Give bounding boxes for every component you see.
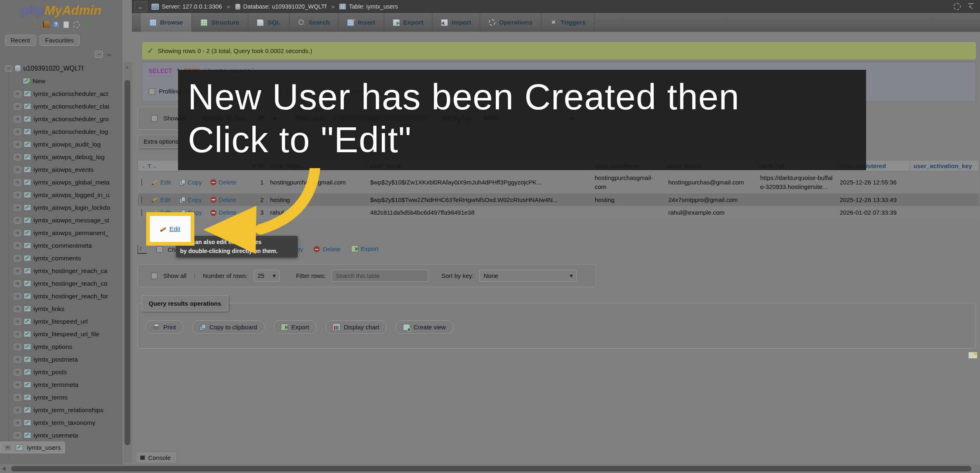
expand-icon[interactable]: + bbox=[14, 382, 21, 388]
sidebar-item-iymtx_hostinger_reach_co[interactable]: + iymtx_hostinger_reach_co bbox=[0, 277, 122, 290]
expand-icon[interactable]: + bbox=[14, 91, 21, 97]
with-selected-export[interactable]: Export bbox=[351, 245, 379, 252]
expand-icon[interactable]: + bbox=[14, 141, 21, 148]
horizontal-scrollbar[interactable]: ◀ bbox=[0, 464, 980, 473]
reload-icon[interactable]: ↻ bbox=[83, 21, 91, 29]
expand-icon[interactable]: + bbox=[14, 407, 21, 413]
row-copy-link[interactable]: Copy bbox=[179, 195, 202, 204]
show-all-checkbox[interactable] bbox=[151, 115, 158, 122]
link-with-main-icon[interactable]: ∞ bbox=[107, 51, 111, 58]
sidebar-item-iymtx_terms[interactable]: + iymtx_terms bbox=[0, 391, 122, 404]
back-button[interactable]: ← bbox=[134, 1, 147, 12]
console-tab[interactable]: Console bbox=[136, 451, 177, 464]
sidebar-item-iymtx_users[interactable]: + iymtx_users bbox=[0, 442, 65, 453]
sidebar-item-iymtx_aiowps_audit_log[interactable]: + iymtx_aiowps_audit_log bbox=[0, 138, 122, 151]
sidebar-item-iymtx_commentmeta[interactable]: + iymtx_commentmeta bbox=[0, 239, 122, 252]
tab-search[interactable]: Search bbox=[290, 13, 339, 32]
help-icon[interactable]: ? bbox=[53, 21, 59, 28]
expand-icon[interactable]: + bbox=[14, 255, 21, 262]
sidebar-item-iymtx_term_relationships[interactable]: + iymtx_term_relationships bbox=[0, 404, 122, 416]
sidebar-item-iymtx_aiowps_logged_in_u[interactable]: + iymtx_aiowps_logged_in_u bbox=[0, 189, 122, 201]
tab-browse[interactable]: Browse bbox=[141, 13, 192, 32]
expand-icon[interactable]: + bbox=[14, 420, 21, 426]
horizontal-scrollbar-thumb[interactable] bbox=[11, 466, 971, 471]
breadcrumb-server[interactable]: Server: 127.0.0.1:3306 bbox=[151, 3, 222, 10]
sidebar-item-iymtx_actionscheduler_gro[interactable]: + iymtx_actionscheduler_gro bbox=[0, 113, 122, 125]
sidebar-scrollbar[interactable]: ▲ bbox=[123, 62, 132, 463]
sidebar-item-iymtx_termmeta[interactable]: + iymtx_termmeta bbox=[0, 378, 122, 391]
sort-by-key-select[interactable]: None▾ bbox=[479, 270, 577, 282]
row-delete-link[interactable]: Delete bbox=[210, 208, 236, 217]
expand-icon[interactable]: + bbox=[14, 432, 21, 439]
expand-icon[interactable]: + bbox=[14, 103, 21, 110]
logout-icon[interactable] bbox=[43, 21, 49, 28]
highlighted-edit-link[interactable]: Edit bbox=[169, 225, 180, 233]
row-checkbox[interactable] bbox=[141, 196, 142, 204]
sidebar-item-iymtx_aiowps_debug_log[interactable]: + iymtx_aiowps_debug_log bbox=[0, 151, 122, 163]
row-delete-link[interactable]: Delete bbox=[210, 178, 236, 187]
collapse-all-icon[interactable]: − bbox=[95, 51, 103, 58]
sidebar-item-iymtx_aiowps_message_st[interactable]: + iymtx_aiowps_message_st bbox=[0, 214, 122, 227]
qro-create-view-button[interactable]: Create view bbox=[396, 320, 453, 334]
scroll-top-icon[interactable]: ↑ bbox=[138, 245, 147, 254]
expand-icon[interactable]: + bbox=[14, 154, 21, 160]
sidebar-item-iymtx_aiowps_permanent_[interactable]: + iymtx_aiowps_permanent_ bbox=[0, 227, 122, 239]
expand-icon[interactable]: + bbox=[14, 318, 21, 325]
page-jump-icon[interactable] bbox=[968, 352, 978, 359]
expand-icon[interactable]: + bbox=[14, 268, 21, 274]
row-checkbox[interactable] bbox=[141, 209, 142, 216]
check-all-checkbox[interactable] bbox=[156, 246, 163, 253]
breadcrumb-table[interactable]: Table: iymtx_users bbox=[339, 3, 398, 10]
row-delete-link[interactable]: Delete bbox=[210, 195, 236, 204]
sidebar-item-iymtx_actionscheduler_log[interactable]: + iymtx_actionscheduler_log bbox=[0, 125, 122, 138]
tree-new-table-item[interactable]: New bbox=[0, 75, 122, 87]
collapse-db-icon[interactable]: − bbox=[5, 65, 12, 72]
settings-gear-icon[interactable] bbox=[73, 21, 80, 28]
sidebar-scrollbar-thumb[interactable] bbox=[125, 80, 130, 445]
expand-icon[interactable]: + bbox=[14, 116, 21, 122]
sidebar-item-iymtx_actionscheduler_act[interactable]: + iymtx_actionscheduler_act bbox=[0, 87, 122, 100]
sidebar-item-iymtx_comments[interactable]: + iymtx_comments bbox=[0, 252, 122, 264]
sidebar-item-iymtx_usermeta[interactable]: + iymtx_usermeta bbox=[0, 429, 122, 442]
expand-icon[interactable]: + bbox=[14, 344, 21, 350]
expand-icon[interactable]: + bbox=[4, 444, 11, 451]
sidebar-item-iymtx_litespeed_url_file[interactable]: + iymtx_litespeed_url_file bbox=[0, 328, 122, 340]
column-header-user_activation_key[interactable]: user_activation_key bbox=[910, 160, 979, 171]
tab-sql[interactable]: SQL bbox=[248, 13, 290, 32]
scroll-left-icon[interactable]: ◀ bbox=[2, 465, 6, 471]
tab-operations[interactable]: Operations bbox=[480, 13, 541, 32]
expand-icon[interactable]: + bbox=[14, 394, 21, 401]
sidebar-item-iymtx_options[interactable]: + iymtx_options bbox=[0, 340, 122, 353]
tab-triggers[interactable]: × Triggers bbox=[541, 13, 595, 32]
sidebar-item-iymtx_aiowps_events[interactable]: + iymtx_aiowps_events bbox=[0, 163, 122, 176]
tab-insert[interactable]: Insert bbox=[339, 13, 384, 32]
expand-icon[interactable]: + bbox=[14, 217, 21, 224]
sidebar-item-iymtx_actionscheduler_clai[interactable]: + iymtx_actionscheduler_clai bbox=[0, 100, 122, 113]
filter-rows-input[interactable] bbox=[332, 270, 428, 282]
show-all-checkbox[interactable] bbox=[151, 273, 158, 279]
tree-database-item[interactable]: − u109391020_WQLTf bbox=[0, 62, 122, 75]
qro-copy-to-clipboard-button[interactable]: Copy to clipboard bbox=[192, 320, 265, 334]
sidebar-item-iymtx_postmeta[interactable]: + iymtx_postmeta bbox=[0, 353, 122, 366]
sidebar-item-iymtx_posts[interactable]: + iymtx_posts bbox=[0, 366, 122, 378]
qro-print-button[interactable]: Print bbox=[145, 320, 183, 334]
sidebar-item-iymtx_links[interactable]: + iymtx_links bbox=[0, 302, 122, 315]
tab-export[interactable]: Export bbox=[384, 13, 432, 32]
docs-icon[interactable] bbox=[63, 21, 69, 28]
sidebar-item-iymtx_term_taxonomy[interactable]: + iymtx_term_taxonomy bbox=[0, 416, 122, 429]
expand-icon[interactable]: + bbox=[14, 204, 21, 211]
expand-icon[interactable]: + bbox=[14, 369, 21, 375]
profiling-checkbox[interactable] bbox=[149, 88, 155, 95]
expand-icon[interactable]: + bbox=[14, 129, 21, 135]
expand-icon[interactable]: + bbox=[14, 306, 21, 312]
row-copy-link[interactable]: Copy bbox=[179, 178, 202, 187]
recent-button[interactable]: Recent bbox=[5, 35, 36, 46]
scroll-up-icon[interactable]: ▲ bbox=[125, 64, 130, 70]
sidebar-item-iymtx_aiowps_login_lockdo[interactable]: + iymtx_aiowps_login_lockdo bbox=[0, 201, 122, 214]
expand-icon[interactable]: + bbox=[14, 242, 21, 249]
tab-structure[interactable]: Structure bbox=[192, 13, 248, 32]
expand-icon[interactable]: + bbox=[14, 179, 21, 186]
expand-icon[interactable]: + bbox=[14, 192, 21, 198]
with-selected-delete[interactable]: Delete bbox=[314, 246, 340, 253]
qro-display-chart-button[interactable]: Display chart bbox=[325, 320, 387, 334]
